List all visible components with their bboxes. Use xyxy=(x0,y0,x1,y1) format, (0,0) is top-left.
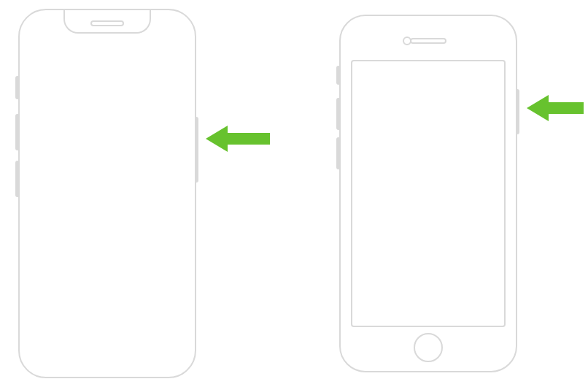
phone-faceid-frame xyxy=(18,9,196,378)
phone-faceid-notch xyxy=(63,10,151,34)
svg-marker-0 xyxy=(206,126,270,152)
phone-faceid xyxy=(12,9,200,381)
phone-homebutton-screen xyxy=(351,60,506,327)
phone-homebutton xyxy=(333,15,521,375)
phone-faceid-speaker xyxy=(90,20,124,26)
phone-homebutton-frame xyxy=(339,15,517,372)
phone-homebutton-home-button xyxy=(414,333,443,362)
arrow-left-icon xyxy=(206,124,271,153)
arrow-left-icon xyxy=(527,93,585,123)
phone-homebutton-speaker xyxy=(410,38,446,44)
svg-marker-1 xyxy=(527,95,584,121)
